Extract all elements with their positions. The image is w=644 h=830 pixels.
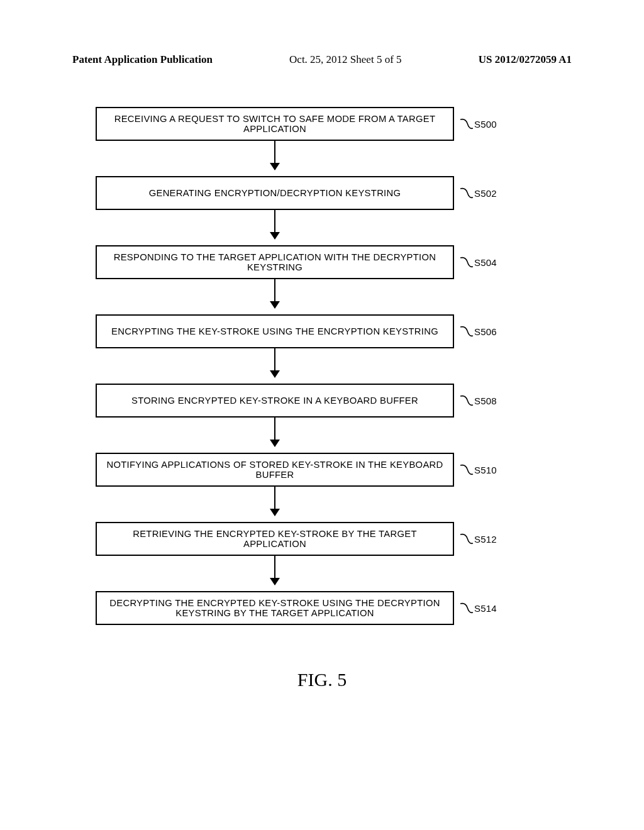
step-label: S510 <box>474 465 497 475</box>
step-label-group: S502 <box>459 186 497 200</box>
step-box: RETRIEVING THE ENCRYPTED KEY-STROKE BY T… <box>96 522 454 556</box>
curve-icon <box>459 532 474 546</box>
step-label-group: S506 <box>459 324 497 338</box>
step-box: RESPONDING TO THE TARGET APPLICATION WIT… <box>96 245 454 279</box>
arrow-row <box>96 279 548 314</box>
step-label-group: S500 <box>459 117 497 131</box>
curve-icon <box>459 324 474 338</box>
step-text: ENCRYPTING THE KEY-STROKE USING THE ENCR… <box>111 326 438 336</box>
arrow-icon <box>274 418 275 446</box>
step-label-group: S504 <box>459 255 497 269</box>
arrow-icon <box>274 556 275 585</box>
flowchart-step: RESPONDING TO THE TARGET APPLICATION WIT… <box>96 245 548 279</box>
flowchart: RECEIVING A REQUEST TO SWITCH TO SAFE MO… <box>0 107 644 625</box>
step-label-group: S512 <box>459 532 497 546</box>
step-box: NOTIFYING APPLICATIONS OF STORED KEY-STR… <box>96 453 454 487</box>
step-text: RECEIVING A REQUEST TO SWITCH TO SAFE MO… <box>106 114 444 134</box>
step-box: RECEIVING A REQUEST TO SWITCH TO SAFE MO… <box>96 107 454 141</box>
arrow-row <box>96 556 548 591</box>
arrow-icon <box>274 279 275 308</box>
arrow-row <box>96 487 548 522</box>
arrow-icon <box>274 348 275 377</box>
step-box: GENERATING ENCRYPTION/DECRYPTION KEYSTRI… <box>96 176 454 210</box>
flowchart-step: STORING ENCRYPTED KEY-STROKE IN A KEYBOA… <box>96 384 548 418</box>
flowchart-step: ENCRYPTING THE KEY-STROKE USING THE ENCR… <box>96 314 548 348</box>
header-publication: Patent Application Publication <box>72 53 213 66</box>
arrow-row <box>96 210 548 245</box>
step-text: STORING ENCRYPTED KEY-STROKE IN A KEYBOA… <box>131 396 418 406</box>
arrow-row <box>96 348 548 384</box>
curve-icon <box>459 463 474 477</box>
step-label-group: S508 <box>459 394 497 407</box>
step-label: S512 <box>474 534 497 545</box>
arrow-icon <box>274 141 275 170</box>
step-label: S502 <box>474 188 497 199</box>
step-label: S508 <box>474 396 497 406</box>
arrow-icon <box>274 487 275 516</box>
arrow-row <box>96 418 548 453</box>
step-box: DECRYPTING THE ENCRYPTED KEY-STROKE USIN… <box>96 591 454 625</box>
page-header: Patent Application Publication Oct. 25, … <box>0 0 644 66</box>
arrow-row <box>96 141 548 176</box>
step-label: S506 <box>474 326 497 337</box>
flowchart-step: NOTIFYING APPLICATIONS OF STORED KEY-STR… <box>96 453 548 487</box>
curve-icon <box>459 255 474 269</box>
flowchart-step: RECEIVING A REQUEST TO SWITCH TO SAFE MO… <box>96 107 548 141</box>
step-label-group: S510 <box>459 463 497 477</box>
arrow-icon <box>274 210 275 239</box>
curve-icon <box>459 394 474 407</box>
step-text: DECRYPTING THE ENCRYPTED KEY-STROKE USIN… <box>106 598 444 618</box>
header-date-sheet: Oct. 25, 2012 Sheet 5 of 5 <box>289 53 401 66</box>
step-label: S504 <box>474 257 497 268</box>
curve-icon <box>459 186 474 200</box>
step-text: RESPONDING TO THE TARGET APPLICATION WIT… <box>106 252 444 272</box>
curve-icon <box>459 601 474 615</box>
header-patent-number: US 2012/0272059 A1 <box>479 53 572 66</box>
flowchart-step: RETRIEVING THE ENCRYPTED KEY-STROKE BY T… <box>96 522 548 556</box>
flowchart-step: DECRYPTING THE ENCRYPTED KEY-STROKE USIN… <box>96 591 548 625</box>
curve-icon <box>459 117 474 131</box>
step-box: ENCRYPTING THE KEY-STROKE USING THE ENCR… <box>96 314 454 348</box>
figure-label: FIG. 5 <box>0 669 644 690</box>
step-text: NOTIFYING APPLICATIONS OF STORED KEY-STR… <box>106 460 444 480</box>
step-text: GENERATING ENCRYPTION/DECRYPTION KEYSTRI… <box>149 188 401 198</box>
step-label-group: S514 <box>459 601 497 615</box>
step-label: S514 <box>474 603 497 614</box>
flowchart-step: GENERATING ENCRYPTION/DECRYPTION KEYSTRI… <box>96 176 548 210</box>
step-box: STORING ENCRYPTED KEY-STROKE IN A KEYBOA… <box>96 384 454 418</box>
step-label: S500 <box>474 119 497 130</box>
step-text: RETRIEVING THE ENCRYPTED KEY-STROKE BY T… <box>106 529 444 549</box>
